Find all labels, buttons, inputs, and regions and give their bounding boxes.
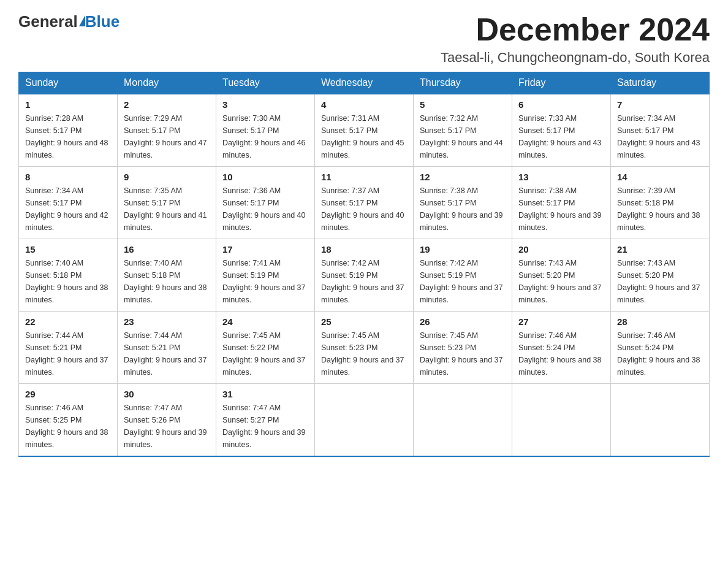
- calendar-cell: 19Sunrise: 7:42 AMSunset: 5:19 PMDayligh…: [414, 239, 512, 312]
- day-info: Sunrise: 7:40 AMSunset: 5:18 PMDaylight:…: [124, 257, 210, 306]
- day-number: 10: [222, 172, 308, 182]
- day-info: Sunrise: 7:43 AMSunset: 5:20 PMDaylight:…: [518, 257, 604, 306]
- day-info: Sunrise: 7:32 AMSunset: 5:17 PMDaylight:…: [420, 112, 506, 161]
- day-info: Sunrise: 7:37 AMSunset: 5:17 PMDaylight:…: [321, 185, 407, 234]
- col-header-thursday: Thursday: [414, 72, 512, 94]
- day-number: 3: [222, 99, 308, 110]
- calendar-cell: 23Sunrise: 7:44 AMSunset: 5:21 PMDayligh…: [118, 312, 216, 384]
- calendar-cell: 21Sunrise: 7:43 AMSunset: 5:20 PMDayligh…: [611, 239, 710, 312]
- day-number: 18: [321, 244, 407, 255]
- logo: General Blue: [18, 12, 119, 31]
- day-info: Sunrise: 7:31 AMSunset: 5:17 PMDaylight:…: [321, 112, 407, 161]
- calendar-header-row: SundayMondayTuesdayWednesdayThursdayFrid…: [19, 72, 710, 94]
- calendar-cell: 31Sunrise: 7:47 AMSunset: 5:27 PMDayligh…: [216, 384, 315, 457]
- logo-blue-text: Blue: [85, 12, 119, 31]
- day-info: Sunrise: 7:28 AMSunset: 5:17 PMDaylight:…: [25, 112, 111, 161]
- calendar-cell: [315, 384, 414, 457]
- day-info: Sunrise: 7:41 AMSunset: 5:19 PMDaylight:…: [222, 257, 308, 306]
- day-number: 19: [420, 244, 506, 255]
- day-info: Sunrise: 7:45 AMSunset: 5:23 PMDaylight:…: [420, 329, 506, 378]
- day-number: 4: [321, 99, 407, 110]
- calendar-cell: 25Sunrise: 7:45 AMSunset: 5:23 PMDayligh…: [315, 312, 414, 384]
- day-number: 1: [25, 99, 111, 110]
- day-number: 27: [518, 316, 604, 327]
- day-info: Sunrise: 7:35 AMSunset: 5:17 PMDaylight:…: [124, 185, 210, 234]
- col-header-monday: Monday: [118, 72, 216, 94]
- day-info: Sunrise: 7:45 AMSunset: 5:23 PMDaylight:…: [321, 329, 407, 378]
- day-number: 9: [124, 172, 210, 182]
- col-header-sunday: Sunday: [19, 72, 118, 94]
- calendar-cell: 27Sunrise: 7:46 AMSunset: 5:24 PMDayligh…: [512, 312, 611, 384]
- day-info: Sunrise: 7:42 AMSunset: 5:19 PMDaylight:…: [420, 257, 506, 306]
- calendar-cell: 26Sunrise: 7:45 AMSunset: 5:23 PMDayligh…: [414, 312, 512, 384]
- day-number: 23: [124, 316, 210, 327]
- day-number: 22: [25, 316, 111, 327]
- week-row-1: 1Sunrise: 7:28 AMSunset: 5:17 PMDaylight…: [19, 94, 710, 167]
- day-number: 16: [124, 244, 210, 255]
- calendar-cell: 28Sunrise: 7:46 AMSunset: 5:24 PMDayligh…: [611, 312, 710, 384]
- day-info: Sunrise: 7:46 AMSunset: 5:24 PMDaylight:…: [617, 329, 703, 378]
- day-number: 17: [222, 244, 308, 255]
- calendar-cell: [611, 384, 710, 457]
- day-info: Sunrise: 7:47 AMSunset: 5:27 PMDaylight:…: [222, 402, 308, 451]
- day-info: Sunrise: 7:38 AMSunset: 5:17 PMDaylight:…: [420, 185, 506, 234]
- logo-text: General Blue: [18, 12, 119, 31]
- day-info: Sunrise: 7:38 AMSunset: 5:17 PMDaylight:…: [518, 185, 604, 234]
- calendar-cell: [414, 384, 512, 457]
- day-number: 15: [25, 244, 111, 255]
- day-number: 25: [321, 316, 407, 327]
- calendar-cell: 13Sunrise: 7:38 AMSunset: 5:17 PMDayligh…: [512, 167, 611, 239]
- day-info: Sunrise: 7:46 AMSunset: 5:24 PMDaylight:…: [518, 329, 604, 378]
- logo-general: General: [18, 12, 78, 31]
- day-number: 21: [617, 244, 703, 255]
- day-info: Sunrise: 7:40 AMSunset: 5:18 PMDaylight:…: [25, 257, 111, 306]
- day-number: 6: [518, 99, 604, 110]
- location-title: Taesal-li, Chungcheongnam-do, South Kore…: [441, 50, 710, 66]
- day-number: 29: [25, 389, 111, 399]
- day-number: 28: [617, 316, 703, 327]
- day-info: Sunrise: 7:42 AMSunset: 5:19 PMDaylight:…: [321, 257, 407, 306]
- day-info: Sunrise: 7:44 AMSunset: 5:21 PMDaylight:…: [25, 329, 111, 378]
- day-number: 14: [617, 172, 703, 182]
- day-number: 20: [518, 244, 604, 255]
- day-number: 12: [420, 172, 506, 182]
- title-area: December 2024 Taesal-li, Chungcheongnam-…: [441, 12, 710, 66]
- col-header-tuesday: Tuesday: [216, 72, 315, 94]
- day-info: Sunrise: 7:30 AMSunset: 5:17 PMDaylight:…: [222, 112, 308, 161]
- calendar-table: SundayMondayTuesdayWednesdayThursdayFrid…: [18, 72, 710, 457]
- col-header-saturday: Saturday: [611, 72, 710, 94]
- col-header-wednesday: Wednesday: [315, 72, 414, 94]
- day-number: 7: [617, 99, 703, 110]
- week-row-4: 22Sunrise: 7:44 AMSunset: 5:21 PMDayligh…: [19, 312, 710, 384]
- day-number: 26: [420, 316, 506, 327]
- day-number: 31: [222, 389, 308, 399]
- day-info: Sunrise: 7:44 AMSunset: 5:21 PMDaylight:…: [124, 329, 210, 378]
- calendar-cell: 12Sunrise: 7:38 AMSunset: 5:17 PMDayligh…: [414, 167, 512, 239]
- col-header-friday: Friday: [512, 72, 611, 94]
- calendar-cell: 4Sunrise: 7:31 AMSunset: 5:17 PMDaylight…: [315, 94, 414, 167]
- day-info: Sunrise: 7:34 AMSunset: 5:17 PMDaylight:…: [617, 112, 703, 161]
- calendar-cell: 29Sunrise: 7:46 AMSunset: 5:25 PMDayligh…: [19, 384, 118, 457]
- calendar-cell: 1Sunrise: 7:28 AMSunset: 5:17 PMDaylight…: [19, 94, 118, 167]
- calendar-cell: 30Sunrise: 7:47 AMSunset: 5:26 PMDayligh…: [118, 384, 216, 457]
- calendar-cell: 11Sunrise: 7:37 AMSunset: 5:17 PMDayligh…: [315, 167, 414, 239]
- page-header: General Blue December 2024 Taesal-li, Ch…: [18, 12, 710, 66]
- day-info: Sunrise: 7:46 AMSunset: 5:25 PMDaylight:…: [25, 402, 111, 451]
- calendar-cell: 20Sunrise: 7:43 AMSunset: 5:20 PMDayligh…: [512, 239, 611, 312]
- day-number: 24: [222, 316, 308, 327]
- calendar-cell: 3Sunrise: 7:30 AMSunset: 5:17 PMDaylight…: [216, 94, 315, 167]
- day-number: 2: [124, 99, 210, 110]
- day-number: 13: [518, 172, 604, 182]
- month-title: December 2024: [441, 12, 710, 47]
- day-info: Sunrise: 7:47 AMSunset: 5:26 PMDaylight:…: [124, 402, 210, 451]
- week-row-5: 29Sunrise: 7:46 AMSunset: 5:25 PMDayligh…: [19, 384, 710, 457]
- week-row-3: 15Sunrise: 7:40 AMSunset: 5:18 PMDayligh…: [19, 239, 710, 312]
- calendar-cell: 9Sunrise: 7:35 AMSunset: 5:17 PMDaylight…: [118, 167, 216, 239]
- day-number: 30: [124, 389, 210, 399]
- day-number: 11: [321, 172, 407, 182]
- calendar-cell: 24Sunrise: 7:45 AMSunset: 5:22 PMDayligh…: [216, 312, 315, 384]
- calendar-cell: 15Sunrise: 7:40 AMSunset: 5:18 PMDayligh…: [19, 239, 118, 312]
- calendar-cell: 18Sunrise: 7:42 AMSunset: 5:19 PMDayligh…: [315, 239, 414, 312]
- day-number: 5: [420, 99, 506, 110]
- day-info: Sunrise: 7:45 AMSunset: 5:22 PMDaylight:…: [222, 329, 308, 378]
